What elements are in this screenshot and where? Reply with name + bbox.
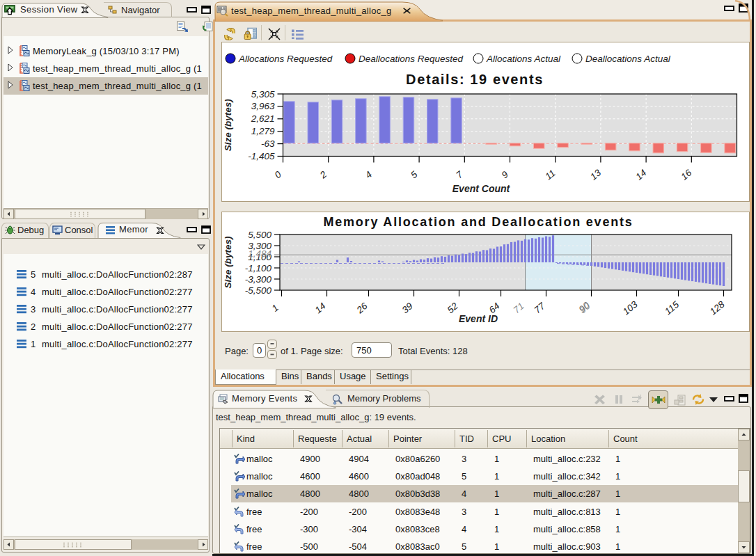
- svg-text:1,484: 1,484: [248, 248, 271, 259]
- svg-text:9: 9: [499, 169, 510, 181]
- svg-text:1,279: 1,279: [251, 126, 275, 136]
- svg-text:Size (bytes): Size (bytes): [223, 99, 233, 152]
- svg-text:14: 14: [313, 301, 328, 315]
- svg-text:Memory Allocation and Dealloca: Memory Allocation and Deallocation event…: [323, 215, 633, 229]
- svg-text:52: 52: [446, 301, 461, 315]
- svg-text:90: 90: [577, 300, 592, 315]
- svg-text:-5,500: -5,500: [245, 285, 272, 296]
- svg-text:7: 7: [454, 169, 465, 181]
- svg-text:103: 103: [621, 299, 640, 317]
- svg-text:13: 13: [588, 167, 604, 182]
- svg-text:2: 2: [317, 169, 329, 181]
- svg-text:Details: 19 events: Details: 19 events: [406, 72, 544, 87]
- svg-text:-3,300: -3,300: [245, 274, 272, 285]
- svg-text:14: 14: [633, 168, 648, 182]
- svg-text:0: 0: [272, 169, 283, 181]
- svg-text:-1,100: -1,100: [245, 263, 272, 273]
- svg-text:Event ID: Event ID: [459, 313, 498, 324]
- svg-text:-63: -63: [261, 138, 275, 149]
- svg-text:5,500: 5,500: [248, 230, 271, 240]
- svg-text:3,963: 3,963: [251, 101, 275, 111]
- svg-text:26: 26: [354, 301, 370, 316]
- svg-text:-1,405: -1,405: [248, 151, 275, 161]
- svg-text:115: 115: [663, 299, 682, 317]
- svg-text:Allocations Requested: Allocations Requested: [238, 54, 333, 64]
- svg-text:11: 11: [543, 168, 557, 182]
- svg-text:Event Count: Event Count: [452, 183, 511, 194]
- svg-text:71: 71: [512, 301, 526, 315]
- svg-text:Deallocations Actual: Deallocations Actual: [585, 54, 671, 64]
- svg-text:4: 4: [363, 169, 374, 180]
- svg-text:5,305: 5,305: [251, 89, 275, 100]
- svg-text:Size (bytes): Size (bytes): [223, 236, 233, 289]
- svg-text:128: 128: [708, 299, 727, 317]
- svg-text:77: 77: [533, 301, 548, 315]
- svg-text:1: 1: [269, 302, 280, 313]
- svg-text:2,621: 2,621: [251, 113, 275, 124]
- svg-text:Allocations Actual: Allocations Actual: [486, 54, 561, 64]
- svg-text:Deallocations Requested: Deallocations Requested: [359, 54, 464, 64]
- svg-text:16: 16: [679, 167, 694, 182]
- svg-text:5: 5: [409, 169, 420, 181]
- svg-text:39: 39: [400, 301, 416, 315]
